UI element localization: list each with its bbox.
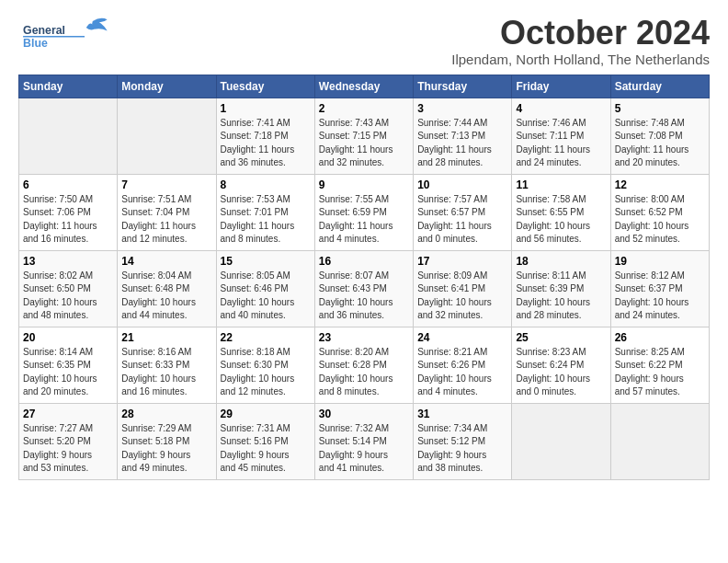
calendar-cell [512, 403, 610, 479]
calendar-cell: 28Sunrise: 7:29 AM Sunset: 5:18 PM Dayli… [118, 403, 216, 479]
page: General Blue October 2024 Ilpendam, Nort… [0, 0, 728, 495]
calendar-cell: 30Sunrise: 7:32 AM Sunset: 5:14 PM Dayli… [314, 403, 413, 479]
calendar-cell: 24Sunrise: 8:21 AM Sunset: 6:26 PM Dayli… [414, 327, 512, 403]
day-detail: Sunrise: 7:29 AM Sunset: 5:18 PM Dayligh… [121, 422, 211, 476]
calendar-cell: 22Sunrise: 8:18 AM Sunset: 6:30 PM Dayli… [216, 327, 314, 403]
day-number: 24 [417, 331, 507, 344]
logo-svg: General Blue [18, 15, 110, 55]
day-detail: Sunrise: 7:51 AM Sunset: 7:04 PM Dayligh… [121, 193, 211, 247]
day-detail: Sunrise: 7:50 AM Sunset: 7:06 PM Dayligh… [23, 193, 113, 247]
day-detail: Sunrise: 8:05 AM Sunset: 6:46 PM Dayligh… [221, 270, 311, 323]
calendar-cell: 2Sunrise: 7:43 AM Sunset: 7:15 PM Daylig… [314, 98, 413, 174]
day-number: 23 [319, 331, 409, 344]
calendar-cell: 27Sunrise: 7:27 AM Sunset: 5:20 PM Dayli… [19, 403, 118, 479]
day-number: 12 [615, 178, 705, 191]
day-number: 15 [221, 255, 311, 268]
weekday-header-friday: Friday [512, 75, 610, 98]
svg-text:Blue: Blue [23, 37, 48, 50]
day-detail: Sunrise: 8:16 AM Sunset: 6:33 PM Dayligh… [121, 346, 211, 399]
calendar-cell: 26Sunrise: 8:25 AM Sunset: 6:22 PM Dayli… [610, 327, 709, 403]
calendar-cell: 31Sunrise: 7:34 AM Sunset: 5:12 PM Dayli… [414, 403, 512, 479]
week-row-3: 13Sunrise: 8:02 AM Sunset: 6:50 PM Dayli… [19, 250, 710, 327]
day-number: 28 [121, 408, 211, 420]
day-number: 9 [319, 178, 409, 191]
calendar-cell: 1Sunrise: 7:41 AM Sunset: 7:18 PM Daylig… [216, 98, 314, 174]
weekday-header-monday: Monday [118, 75, 216, 98]
day-number: 17 [417, 255, 507, 268]
calendar-cell: 18Sunrise: 8:11 AM Sunset: 6:39 PM Dayli… [512, 250, 610, 327]
day-detail: Sunrise: 7:48 AM Sunset: 7:08 PM Dayligh… [615, 117, 705, 170]
calendar-cell: 4Sunrise: 7:46 AM Sunset: 7:11 PM Daylig… [512, 98, 610, 174]
calendar-cell: 16Sunrise: 8:07 AM Sunset: 6:43 PM Dayli… [314, 250, 413, 327]
day-detail: Sunrise: 8:11 AM Sunset: 6:39 PM Dayligh… [516, 270, 606, 323]
day-number: 29 [221, 408, 311, 420]
day-number: 19 [615, 255, 705, 268]
weekday-header-saturday: Saturday [610, 75, 709, 98]
calendar-cell: 7Sunrise: 7:51 AM Sunset: 7:04 PM Daylig… [118, 174, 216, 250]
day-detail: Sunrise: 8:00 AM Sunset: 6:52 PM Dayligh… [615, 193, 705, 247]
day-number: 18 [516, 255, 606, 268]
day-detail: Sunrise: 8:02 AM Sunset: 6:50 PM Dayligh… [23, 270, 113, 323]
day-detail: Sunrise: 7:53 AM Sunset: 7:01 PM Dayligh… [221, 193, 311, 247]
day-number: 2 [319, 102, 409, 115]
calendar-cell: 15Sunrise: 8:05 AM Sunset: 6:46 PM Dayli… [216, 250, 314, 327]
day-detail: Sunrise: 8:12 AM Sunset: 6:37 PM Dayligh… [615, 270, 705, 323]
calendar-subtitle: Ilpendam, North Holland, The Netherlands [451, 52, 710, 67]
weekday-header-tuesday: Tuesday [216, 75, 314, 98]
calendar-cell: 21Sunrise: 8:16 AM Sunset: 6:33 PM Dayli… [118, 327, 216, 403]
day-detail: Sunrise: 8:18 AM Sunset: 6:30 PM Dayligh… [221, 346, 311, 399]
day-detail: Sunrise: 8:25 AM Sunset: 6:22 PM Dayligh… [615, 346, 705, 399]
svg-text:General: General [23, 24, 65, 37]
calendar-cell: 29Sunrise: 7:31 AM Sunset: 5:16 PM Dayli… [216, 403, 314, 479]
day-detail: Sunrise: 8:07 AM Sunset: 6:43 PM Dayligh… [319, 270, 409, 323]
day-number: 6 [23, 178, 113, 191]
day-detail: Sunrise: 7:43 AM Sunset: 7:15 PM Dayligh… [319, 117, 409, 170]
calendar-cell: 19Sunrise: 8:12 AM Sunset: 6:37 PM Dayli… [610, 250, 709, 327]
calendar-cell: 9Sunrise: 7:55 AM Sunset: 6:59 PM Daylig… [314, 174, 413, 250]
calendar-cell [610, 403, 709, 479]
day-number: 21 [121, 331, 211, 344]
calendar-table: SundayMondayTuesdayWednesdayThursdayFrid… [18, 75, 710, 480]
day-number: 5 [615, 102, 705, 115]
weekday-header-row: SundayMondayTuesdayWednesdayThursdayFrid… [19, 75, 710, 98]
day-detail: Sunrise: 7:57 AM Sunset: 6:57 PM Dayligh… [417, 193, 507, 247]
week-row-5: 27Sunrise: 7:27 AM Sunset: 5:20 PM Dayli… [19, 403, 710, 479]
day-number: 8 [221, 178, 311, 191]
day-number: 13 [23, 255, 113, 268]
logo: General Blue [18, 15, 110, 55]
day-number: 1 [221, 102, 311, 115]
day-number: 30 [319, 408, 409, 420]
day-detail: Sunrise: 8:20 AM Sunset: 6:28 PM Dayligh… [319, 346, 409, 399]
calendar-cell: 5Sunrise: 7:48 AM Sunset: 7:08 PM Daylig… [610, 98, 709, 174]
header: General Blue October 2024 Ilpendam, Nort… [18, 15, 710, 67]
day-detail: Sunrise: 7:32 AM Sunset: 5:14 PM Dayligh… [319, 422, 409, 476]
calendar-cell: 17Sunrise: 8:09 AM Sunset: 6:41 PM Dayli… [414, 250, 512, 327]
day-number: 25 [516, 331, 606, 344]
calendar-cell [118, 98, 216, 174]
day-detail: Sunrise: 7:27 AM Sunset: 5:20 PM Dayligh… [23, 422, 113, 476]
day-number: 3 [417, 102, 507, 115]
week-row-2: 6Sunrise: 7:50 AM Sunset: 7:06 PM Daylig… [19, 174, 710, 250]
day-number: 16 [319, 255, 409, 268]
title-block: October 2024 Ilpendam, North Holland, Th… [451, 15, 710, 67]
day-detail: Sunrise: 8:21 AM Sunset: 6:26 PM Dayligh… [417, 346, 507, 399]
day-detail: Sunrise: 7:58 AM Sunset: 6:55 PM Dayligh… [516, 193, 606, 247]
day-number: 26 [615, 331, 705, 344]
day-number: 7 [121, 178, 211, 191]
calendar-cell: 25Sunrise: 8:23 AM Sunset: 6:24 PM Dayli… [512, 327, 610, 403]
calendar-cell: 23Sunrise: 8:20 AM Sunset: 6:28 PM Dayli… [314, 327, 413, 403]
day-number: 14 [121, 255, 211, 268]
calendar-cell: 6Sunrise: 7:50 AM Sunset: 7:06 PM Daylig… [19, 174, 118, 250]
day-number: 10 [417, 178, 507, 191]
calendar-cell: 10Sunrise: 7:57 AM Sunset: 6:57 PM Dayli… [414, 174, 512, 250]
day-detail: Sunrise: 7:31 AM Sunset: 5:16 PM Dayligh… [221, 422, 311, 476]
weekday-header-sunday: Sunday [19, 75, 118, 98]
day-number: 11 [516, 178, 606, 191]
week-row-1: 1Sunrise: 7:41 AM Sunset: 7:18 PM Daylig… [19, 98, 710, 174]
day-number: 4 [516, 102, 606, 115]
calendar-cell [19, 98, 118, 174]
calendar-cell: 8Sunrise: 7:53 AM Sunset: 7:01 PM Daylig… [216, 174, 314, 250]
calendar-title: October 2024 [451, 15, 710, 52]
calendar-cell: 20Sunrise: 8:14 AM Sunset: 6:35 PM Dayli… [19, 327, 118, 403]
calendar-cell: 11Sunrise: 7:58 AM Sunset: 6:55 PM Dayli… [512, 174, 610, 250]
